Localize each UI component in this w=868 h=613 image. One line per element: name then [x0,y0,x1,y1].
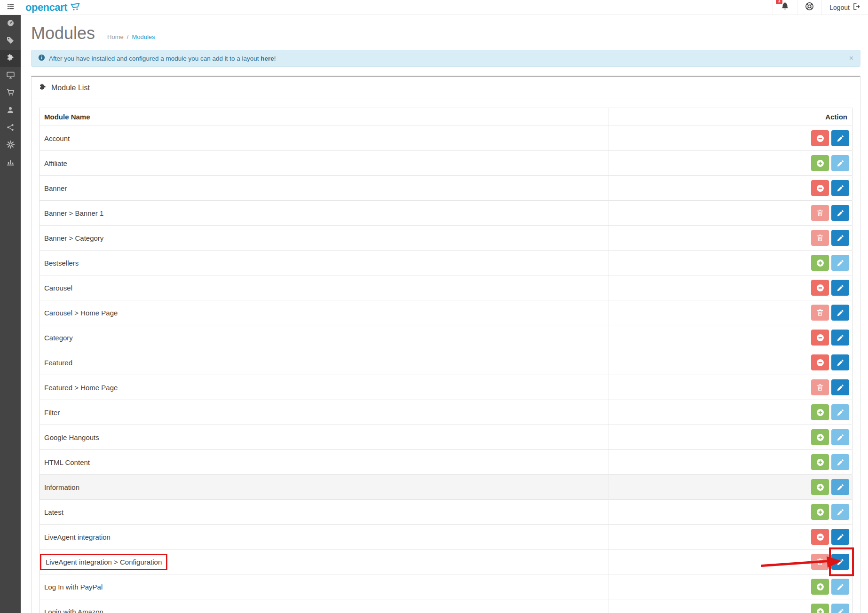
edit-button[interactable] [831,280,849,296]
pencil-icon [837,409,844,416]
panel-heading: Module List [32,77,860,99]
uninstall-button[interactable] [811,130,829,146]
sidebar-item-customers[interactable] [0,102,21,119]
sidebar-item-system[interactable] [0,137,21,154]
edit-button[interactable] [831,205,849,221]
minus-circle-icon [816,533,824,541]
uninstall-button[interactable] [811,529,829,545]
module-name-label: Affiliate [44,159,67,167]
delete-button[interactable] [811,230,829,246]
notifications-button[interactable]: 1 [773,0,797,15]
module-name-label: Account [44,134,70,142]
minus-circle-icon [816,359,824,367]
uninstall-button[interactable] [811,330,829,346]
edit-button[interactable] [831,130,849,146]
table-row: Bestsellers [39,251,852,275]
edit-button[interactable] [831,155,849,171]
trash-icon [817,309,823,316]
user-icon [7,106,14,116]
delete-button[interactable] [811,379,829,395]
minus-circle-icon [816,184,824,192]
edit-button[interactable] [831,354,849,370]
edit-button[interactable] [831,404,849,420]
pencil-icon [837,284,844,291]
uninstall-button[interactable] [811,280,829,296]
edit-button[interactable] [831,180,849,196]
plus-circle-icon [816,508,824,516]
sidebar-item-catalog[interactable] [0,32,21,50]
breadcrumb-home[interactable]: Home [107,33,124,40]
sidebar-item-marketing[interactable] [0,119,21,137]
edit-button[interactable] [831,479,849,495]
install-button[interactable] [811,429,829,445]
install-button[interactable] [811,454,829,470]
module-name-label: Banner > Banner 1 [44,209,103,217]
sidebar-item-reports[interactable] [0,154,21,172]
edit-button[interactable] [831,529,849,545]
pencil-icon [837,359,844,366]
uninstall-button[interactable] [811,180,829,196]
pencil-icon [837,235,844,242]
menu-list-icon [7,3,15,12]
edit-button[interactable] [831,454,849,470]
sidebar-item-dashboard[interactable] [0,15,21,32]
pencil-icon [837,309,844,316]
edit-button[interactable] [831,255,849,271]
red-annotation-arrow [761,555,842,570]
edit-button[interactable] [831,604,849,613]
module-name-label: Bestsellers [44,259,79,267]
install-button[interactable] [811,604,829,613]
table-row: Information [39,475,852,500]
opencart-logo[interactable]: opencart [25,0,81,15]
pencil-icon [837,135,844,142]
edit-button[interactable] [831,230,849,246]
module-list-panel: Module List Module Name Action AccountAf… [31,76,860,613]
table-row: Filter [39,400,852,425]
install-button[interactable] [811,255,829,271]
sidebar-toggle-button[interactable] [0,0,21,15]
table-row: Carousel > Home Page [39,300,852,325]
install-button[interactable] [811,155,829,171]
logout-button[interactable]: Logout [821,0,868,15]
module-name-label: Carousel > Home Page [44,309,118,317]
alert-here-link[interactable]: here [260,55,274,62]
edit-button[interactable] [831,579,849,595]
delete-button[interactable] [811,554,829,570]
edit-button[interactable] [831,429,849,445]
panel-title: Module List [51,84,90,92]
table-row: Google Hangouts [39,425,852,450]
delete-button[interactable] [811,205,829,221]
module-name-label: Latest [44,508,63,516]
table-row: Featured > Home Page [39,375,852,400]
alert-close-icon[interactable]: × [849,55,853,62]
trash-icon [817,209,823,217]
install-button[interactable] [811,504,829,520]
tag-icon [7,37,14,46]
install-button[interactable] [811,404,829,420]
trash-icon [817,384,823,391]
sidebar-item-extensions[interactable] [0,50,21,67]
minus-circle-icon [816,334,824,342]
table-row: Carousel [39,275,852,300]
edit-button[interactable] [831,554,849,570]
module-name-label: Category [44,334,73,342]
table-row: Banner [39,176,852,201]
plus-circle-icon [816,583,824,591]
uninstall-button[interactable] [811,354,829,370]
support-button[interactable] [797,0,821,15]
install-button[interactable] [811,579,829,595]
pencil-icon [837,459,844,466]
breadcrumb-modules-link[interactable]: Modules [132,33,155,40]
sidebar-item-design[interactable] [0,67,21,85]
table-row: Account [39,126,852,151]
edit-button[interactable] [831,305,849,321]
edit-button[interactable] [831,504,849,520]
sidebar-item-sales[interactable] [0,85,21,102]
install-button[interactable] [811,479,829,495]
edit-button[interactable] [831,330,849,346]
module-name-label: Filter [44,409,60,417]
column-header-module-name: Module Name [39,108,608,126]
edit-button[interactable] [831,379,849,395]
delete-button[interactable] [811,305,829,321]
breadcrumb: Home / Modules [107,33,155,40]
